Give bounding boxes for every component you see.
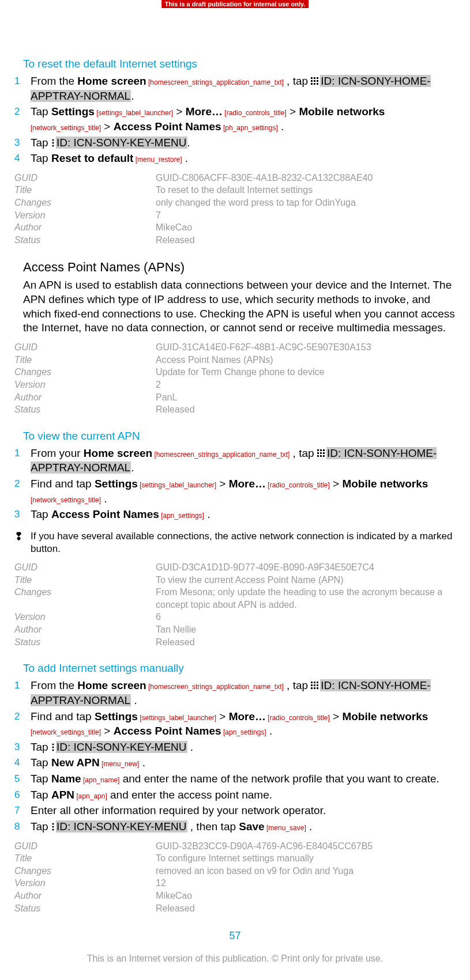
text: . <box>182 152 189 164</box>
meta-val: only changed the word press to tap for O… <box>156 196 456 209</box>
svg-rect-14 <box>323 449 325 451</box>
meta-val: MikeCao <box>156 890 456 902</box>
page-content: To reset the default Internet settings 1… <box>0 0 470 974</box>
step-number: 8 <box>14 819 31 834</box>
svg-rect-6 <box>311 83 313 85</box>
svg-point-35 <box>52 828 54 830</box>
menu-key-icon <box>51 743 55 751</box>
text: Tap <box>31 773 51 785</box>
text: , tap <box>284 75 311 87</box>
svg-rect-7 <box>314 83 315 85</box>
meta-key: GUID <box>14 840 156 853</box>
step-number: 4 <box>14 151 31 165</box>
step-number: 2 <box>14 709 31 724</box>
bold: Mobile networks <box>342 710 428 722</box>
bold: Access Point Names <box>114 725 221 737</box>
highlight-id: ID: ICN-SONY-KEY-MENU <box>56 741 187 753</box>
bold: Access Point Names <box>114 120 221 133</box>
section-title-view-apn: To view the current APN <box>23 430 456 442</box>
svg-rect-12 <box>317 449 319 451</box>
ref: [homescreen_strings_application_name_txt… <box>146 78 284 86</box>
step: 1 From your Home screen [homescreen_stri… <box>14 446 456 475</box>
menu-key-icon <box>51 139 55 147</box>
meta-key: Changes <box>14 366 156 379</box>
text: > <box>173 105 186 118</box>
note-text: If you have several available connection… <box>31 530 456 555</box>
step-number: 3 <box>14 740 31 754</box>
svg-rect-0 <box>311 77 313 79</box>
text: > <box>216 478 229 490</box>
meta-block: GUIDGUID-D3CA1D1D-9D77-409E-B090-A9F34E5… <box>14 561 456 648</box>
svg-rect-29 <box>317 687 318 689</box>
step-number: 3 <box>14 135 31 150</box>
ref: [settings_label_launcher] <box>95 109 173 117</box>
apptray-grid-icon <box>311 77 319 85</box>
step: 3 Tap ID: ICN-SONY-KEY-MENU . <box>14 740 456 755</box>
body-text-apn: An APN is used to establish data connect… <box>23 278 456 335</box>
ref: [homescreen_strings_application_name_txt… <box>152 451 289 459</box>
text: . <box>266 725 273 737</box>
step-number: 3 <box>14 507 31 521</box>
ref: [apn_settings] <box>159 512 204 520</box>
ref: [network_settings_title] <box>31 124 101 132</box>
svg-point-30 <box>52 743 54 745</box>
text: > <box>101 120 114 133</box>
ref: [settings_label_launcher] <box>138 481 216 489</box>
text: , then tap <box>187 820 239 833</box>
step-number: 4 <box>14 755 31 770</box>
meta-val: To view the current Access Point Name (A… <box>156 574 456 587</box>
meta-key: GUID <box>14 561 156 574</box>
text: Find and tap <box>31 710 95 722</box>
step-number: 5 <box>14 771 31 786</box>
svg-rect-4 <box>314 80 315 82</box>
menu-key-icon <box>51 823 55 831</box>
section-title-add-manual: To add Internet settings manually <box>23 662 456 675</box>
text: , tap <box>284 679 311 691</box>
meta-val: From Mesona; only update the heading to … <box>156 586 456 611</box>
note-icon: ❢ <box>14 530 31 543</box>
meta-key: Author <box>14 221 156 234</box>
meta-key: Status <box>14 403 156 416</box>
text: Tap <box>31 789 51 801</box>
step: 7 Enter all other information required b… <box>14 803 456 818</box>
bold: New APN <box>51 756 100 769</box>
svg-rect-26 <box>317 684 318 686</box>
meta-block: GUIDGUID-32B23CC9-D90A-4769-AC96-E84045C… <box>14 840 456 915</box>
ref: [radio_controls_title] <box>266 714 330 722</box>
meta-val: Access Point Names (APNs) <box>156 354 456 366</box>
text: > <box>101 725 114 737</box>
bold: Reset to default <box>51 152 134 164</box>
meta-val: To configure Internet settings manually <box>156 852 456 865</box>
step-number: 1 <box>14 678 31 693</box>
ref: [network_settings_title] <box>31 496 101 504</box>
text: . <box>278 120 284 133</box>
text: From your <box>31 447 84 459</box>
svg-rect-23 <box>317 682 318 683</box>
svg-rect-19 <box>320 455 322 457</box>
highlight-id: ID: ICN-SONY-KEY-MENU <box>56 820 187 833</box>
meta-key: Version <box>14 877 156 890</box>
meta-key: Status <box>14 636 156 649</box>
steps-view-apn: 1 From your Home screen [homescreen_stri… <box>14 446 456 522</box>
text: > <box>330 710 343 722</box>
bold: Mobile networks <box>299 105 385 118</box>
text: Find and tap <box>31 478 95 490</box>
ref: [homescreen_strings_application_name_txt… <box>146 683 284 691</box>
ref: [menu_save] <box>265 824 306 832</box>
ref: [apn_settings] <box>221 728 266 736</box>
apptray-grid-icon <box>317 449 325 457</box>
step-number: 1 <box>14 446 31 460</box>
meta-val: 6 <box>156 611 456 623</box>
bold: APN <box>51 789 74 801</box>
svg-rect-18 <box>317 455 319 457</box>
svg-rect-1 <box>314 77 315 79</box>
meta-val: 12 <box>156 877 456 890</box>
ref: [menu_restore] <box>133 156 182 164</box>
step: 3 Tap ID: ICN-SONY-KEY-MENU. <box>14 135 456 150</box>
meta-val: Released <box>156 403 456 416</box>
meta-key: Version <box>14 611 156 623</box>
draft-banner: This is a draft publication for internal… <box>161 0 309 8</box>
bold: More… <box>229 478 266 490</box>
meta-key: Title <box>14 574 156 587</box>
text: Tap <box>31 137 51 149</box>
